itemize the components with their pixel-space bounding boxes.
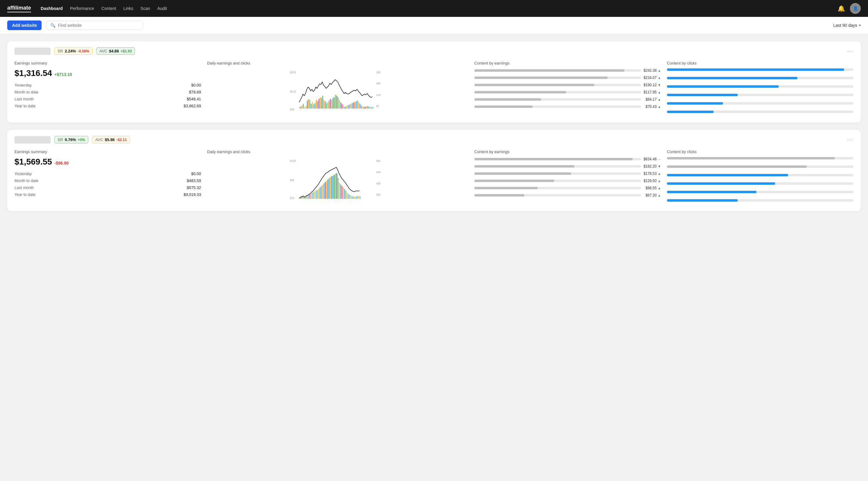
label-lastmonth-1: Last month — [14, 97, 34, 101]
content-earnings-title-2: Content by earnings — [474, 150, 661, 154]
svg-text:$58: $58 — [290, 108, 294, 111]
bell-icon[interactable]: 🔔 — [838, 5, 845, 12]
svg-text:600: 600 — [376, 170, 380, 173]
sr-delta-1: -0.58% — [78, 49, 89, 53]
earnings-row-mtd-2: Month to date $483.59 — [14, 179, 201, 183]
add-website-button[interactable]: Add website — [7, 21, 41, 30]
svg-rect-102 — [338, 178, 338, 199]
svg-rect-82 — [312, 192, 313, 199]
value-yesterday-1: $0.00 — [191, 83, 201, 87]
svg-rect-103 — [339, 183, 340, 199]
earnings-row-yesterday-1: Yesterday $0.00 — [14, 83, 201, 87]
content-earnings-2-row-5: $88.55 ▲ — [474, 186, 661, 190]
nav-dashboard[interactable]: Dashboard — [41, 5, 63, 12]
svg-rect-40 — [341, 104, 342, 108]
svg-rect-113 — [352, 196, 352, 199]
card-2: SR 0.76% +0% AVC $5.86 -$2.11 ··· Earnin… — [7, 130, 861, 211]
bar-bg — [474, 105, 641, 108]
svg-rect-59 — [366, 106, 367, 108]
label-yesterday-2: Yesterday — [14, 171, 32, 176]
chart-container-1: $220 $118 $58 240 180 120 60 — [207, 68, 468, 117]
svg-rect-47 — [350, 104, 351, 108]
svg-rect-44 — [347, 106, 347, 109]
navbar: affilimate Dashboard Performance Content… — [0, 0, 868, 17]
nav-scan[interactable]: Scan — [141, 5, 150, 12]
content-value-3: $190.12 ▼ — [644, 83, 661, 87]
more-button-1[interactable]: ··· — [847, 48, 854, 54]
svg-rect-19 — [315, 103, 315, 108]
svg-rect-58 — [365, 107, 366, 108]
svg-rect-83 — [313, 192, 314, 199]
svg-rect-100 — [335, 173, 336, 199]
content-earnings-row-4: $117.95 ▲ — [474, 90, 661, 94]
content-value-2-3: $178.53 ▲ — [644, 171, 661, 176]
content-earnings-1: Content by earnings $242.38 ▲ $216.07 ▲ … — [474, 61, 661, 117]
svg-rect-91 — [324, 183, 324, 199]
card-1: SR 2.24% -0.58% AVC $4.88 +$1.93 ··· Ear… — [7, 41, 861, 123]
content-earnings-2-row-4: $129.50 ▲ — [474, 179, 661, 183]
clicks-row-3 — [667, 85, 854, 88]
earnings-row-lastmonth-2: Last month $575.32 — [14, 185, 201, 190]
date-filter[interactable]: Last 90 days ▾ — [833, 23, 861, 28]
search-input[interactable] — [58, 23, 139, 28]
svg-rect-63 — [371, 107, 372, 108]
earnings-row-lastmonth-1: Last month $548.41 — [14, 97, 201, 101]
svg-rect-115 — [354, 197, 355, 199]
svg-rect-114 — [353, 196, 354, 199]
svg-rect-8 — [301, 106, 301, 108]
nav-performance[interactable]: Performance — [70, 5, 94, 12]
svg-rect-60 — [367, 106, 368, 109]
toolbar: Add website 🔍 Last 90 days ▾ — [0, 17, 868, 34]
bar-bg — [474, 91, 641, 93]
value-lastmonth-1: $548.41 — [187, 97, 201, 101]
svg-rect-32 — [331, 100, 332, 109]
earnings-row-ytd-1: Year to date $3,862.69 — [14, 104, 201, 108]
svg-rect-106 — [343, 188, 344, 199]
more-button-2[interactable]: ··· — [847, 136, 854, 143]
svg-rect-43 — [345, 106, 346, 108]
avc-label-1: AVC — [99, 49, 107, 53]
earnings-delta-2: -$96.90 — [54, 161, 68, 165]
nav-content[interactable]: Content — [101, 5, 116, 12]
svg-rect-35 — [335, 95, 336, 108]
content-earnings-title-1: Content by earnings — [474, 61, 661, 65]
label-mtd-1: Month to date — [14, 90, 38, 94]
chart-svg-1: $220 $118 $58 240 180 120 60 — [207, 68, 468, 117]
avatar[interactable]: 👤 — [850, 3, 861, 14]
svg-rect-26 — [324, 100, 324, 109]
sr-value-2: 0.76% — [65, 137, 76, 142]
svg-rect-38 — [339, 100, 340, 109]
svg-text:60: 60 — [376, 104, 379, 107]
site-logo-2 — [14, 136, 51, 143]
svg-text:$220: $220 — [290, 71, 296, 74]
avc-label-2: AVC — [95, 137, 103, 142]
chart-2: Daily earnings and clicks $130 $55 $10 8… — [207, 150, 468, 205]
sr-label-1: SR — [58, 49, 63, 53]
svg-rect-108 — [345, 191, 346, 199]
svg-rect-105 — [341, 186, 342, 199]
earnings-row-mtd-1: Month to date $78.69 — [14, 90, 201, 94]
bar-bg — [474, 69, 641, 72]
svg-rect-95 — [329, 178, 330, 199]
chart-1: Daily earnings and clicks $220 $118 $58 … — [207, 61, 468, 117]
bar-bg — [474, 98, 641, 101]
svg-text:$118: $118 — [290, 90, 296, 93]
svg-rect-110 — [348, 194, 349, 199]
nav-links-item[interactable]: Links — [123, 5, 133, 12]
nav-audit[interactable]: Audit — [157, 5, 167, 12]
earnings-main-1: $1,316.54 +$713.10 — [14, 68, 201, 78]
svg-rect-88 — [320, 187, 321, 199]
svg-text:$130: $130 — [290, 159, 296, 162]
earnings-delta-1: +$713.10 — [54, 72, 72, 77]
card-2-header: SR 0.76% +0% AVC $5.86 -$2.11 ··· — [14, 136, 854, 143]
svg-rect-7 — [299, 107, 300, 108]
bar-bg — [474, 76, 641, 79]
svg-rect-50 — [354, 102, 355, 108]
main-content: SR 2.24% -0.58% AVC $4.88 +$1.93 ··· Ear… — [0, 34, 868, 219]
value-mtd-1: $78.69 — [189, 90, 201, 94]
svg-rect-104 — [340, 185, 341, 199]
avc-value-1: $4.88 — [109, 49, 119, 53]
chart-title-1: Daily earnings and clicks — [207, 61, 468, 65]
value-lastmonth-2: $575.32 — [187, 185, 201, 190]
svg-rect-18 — [313, 104, 314, 108]
